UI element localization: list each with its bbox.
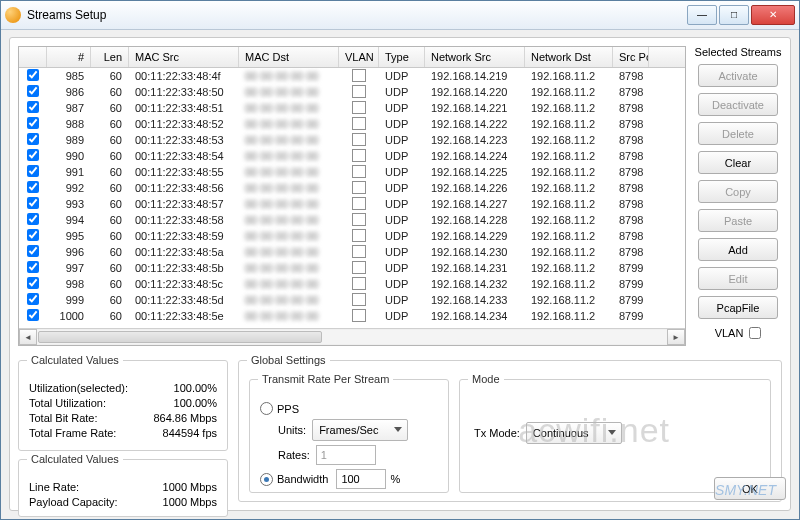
col-mac-src[interactable]: MAC Src xyxy=(129,47,239,67)
paste-button[interactable]: Paste xyxy=(698,209,778,232)
table-row[interactable]: 9996000:11:22:33:48:5d00 00 00 00 00UDP1… xyxy=(19,292,685,308)
table-row[interactable]: 9906000:11:22:33:48:5400 00 00 00 00UDP1… xyxy=(19,148,685,164)
col-len[interactable]: Len xyxy=(91,47,129,67)
calculated-values-2: Calculated Values Line Rate:1000 Mbps Pa… xyxy=(18,459,228,517)
txmode-combo[interactable]: Continuous xyxy=(526,422,622,444)
row-checkbox[interactable] xyxy=(27,293,39,305)
deactivate-button[interactable]: Deactivate xyxy=(698,93,778,116)
vlan-cell-checkbox[interactable] xyxy=(352,85,366,98)
table-row[interactable]: 9946000:11:22:33:48:5800 00 00 00 00UDP1… xyxy=(19,212,685,228)
delete-button[interactable]: Delete xyxy=(698,122,778,145)
scroll-left-icon[interactable]: ◄ xyxy=(19,329,37,345)
table-row[interactable]: 9956000:11:22:33:48:5900 00 00 00 00UDP1… xyxy=(19,228,685,244)
table-row[interactable]: 9876000:11:22:33:48:5100 00 00 00 00UDP1… xyxy=(19,100,685,116)
window: Streams Setup — □ ✕ # Len MAC Src MAC Ds… xyxy=(0,0,800,520)
row-checkbox[interactable] xyxy=(27,245,39,257)
close-button[interactable]: ✕ xyxy=(751,5,795,25)
table-row[interactable]: 9856000:11:22:33:48:4f00 00 00 00 00UDP1… xyxy=(19,68,685,84)
vlan-cell-checkbox[interactable] xyxy=(352,149,366,162)
bandwidth-radio[interactable]: Bandwidth 100 % xyxy=(260,469,438,489)
vlan-cell-checkbox[interactable] xyxy=(352,213,366,226)
vlan-checkbox[interactable] xyxy=(749,327,761,339)
bandwidth-input[interactable]: 100 xyxy=(336,469,386,489)
col-mac-dst[interactable]: MAC Dst xyxy=(239,47,339,67)
vlan-label: VLAN xyxy=(715,327,744,339)
vlan-cell-checkbox[interactable] xyxy=(352,261,366,274)
vlan-cell-checkbox[interactable] xyxy=(352,133,366,146)
row-checkbox[interactable] xyxy=(27,213,39,225)
titlebar[interactable]: Streams Setup — □ ✕ xyxy=(1,1,799,30)
col-type[interactable]: Type xyxy=(379,47,425,67)
calculated-values-1: Calculated Values Utilization(selected):… xyxy=(18,360,228,451)
calc1-title: Calculated Values xyxy=(27,354,123,366)
table-row[interactable]: 9926000:11:22:33:48:5600 00 00 00 00UDP1… xyxy=(19,180,685,196)
scroll-right-icon[interactable]: ► xyxy=(667,329,685,345)
row-checkbox[interactable] xyxy=(27,101,39,113)
global-settings: Global Settings Transmit Rate Per Stream… xyxy=(238,360,782,502)
table-row[interactable]: 9936000:11:22:33:48:5700 00 00 00 00UDP1… xyxy=(19,196,685,212)
vlan-cell-checkbox[interactable] xyxy=(352,197,366,210)
window-title: Streams Setup xyxy=(27,8,106,22)
col-net-dst[interactable]: Network Dst xyxy=(525,47,613,67)
vlan-cell-checkbox[interactable] xyxy=(352,309,366,322)
table-row[interactable]: 9966000:11:22:33:48:5a00 00 00 00 00UDP1… xyxy=(19,244,685,260)
table-row[interactable]: 9896000:11:22:33:48:5300 00 00 00 00UDP1… xyxy=(19,132,685,148)
row-checkbox[interactable] xyxy=(27,261,39,273)
table-row[interactable]: 10006000:11:22:33:48:5e00 00 00 00 00UDP… xyxy=(19,308,685,324)
row-checkbox[interactable] xyxy=(27,165,39,177)
transmit-rate-group: Transmit Rate Per Stream PPS Units:Frame… xyxy=(249,379,449,493)
add-button[interactable]: Add xyxy=(698,238,778,261)
row-checkbox[interactable] xyxy=(27,181,39,193)
vlan-cell-checkbox[interactable] xyxy=(352,165,366,178)
app-icon xyxy=(5,7,21,23)
vlan-cell-checkbox[interactable] xyxy=(352,229,366,242)
activate-button[interactable]: Activate xyxy=(698,64,778,87)
vlan-cell-checkbox[interactable] xyxy=(352,181,366,194)
row-checkbox[interactable] xyxy=(27,197,39,209)
units-combo[interactable]: Frames/Sec xyxy=(312,419,408,441)
horizontal-scrollbar[interactable]: ◄ ► xyxy=(19,328,685,345)
table-row[interactable]: 9886000:11:22:33:48:5200 00 00 00 00UDP1… xyxy=(19,116,685,132)
vlan-cell-checkbox[interactable] xyxy=(352,245,366,258)
global-title: Global Settings xyxy=(247,354,330,366)
pcapfile-button[interactable]: PcapFile xyxy=(698,296,778,319)
vlan-cell-checkbox[interactable] xyxy=(352,293,366,306)
table-row[interactable]: 9866000:11:22:33:48:5000 00 00 00 00UDP1… xyxy=(19,84,685,100)
row-checkbox[interactable] xyxy=(27,309,39,321)
vlan-cell-checkbox[interactable] xyxy=(352,277,366,290)
vlan-cell-checkbox[interactable] xyxy=(352,117,366,130)
minimize-button[interactable]: — xyxy=(687,5,717,25)
col-src-port[interactable]: Src Po xyxy=(613,47,649,67)
scroll-thumb[interactable] xyxy=(38,331,322,343)
vlan-cell-checkbox[interactable] xyxy=(352,101,366,114)
row-checkbox[interactable] xyxy=(27,149,39,161)
pps-radio[interactable]: PPS xyxy=(260,402,438,415)
row-checkbox[interactable] xyxy=(27,277,39,289)
copy-button[interactable]: Copy xyxy=(698,180,778,203)
table-row[interactable]: 9976000:11:22:33:48:5b00 00 00 00 00UDP1… xyxy=(19,260,685,276)
edit-button[interactable]: Edit xyxy=(698,267,778,290)
row-checkbox[interactable] xyxy=(27,229,39,241)
calc2-title: Calculated Values xyxy=(27,453,123,465)
rates-input[interactable]: 1 xyxy=(316,445,376,465)
row-checkbox[interactable] xyxy=(27,69,39,81)
vlan-cell-checkbox[interactable] xyxy=(352,69,366,82)
col-num[interactable]: # xyxy=(47,47,91,67)
mode-group: Mode Tx Mode: Continuous xyxy=(459,379,771,493)
maximize-button[interactable]: □ xyxy=(719,5,749,25)
col-net-src[interactable]: Network Src xyxy=(425,47,525,67)
side-title: Selected Streams xyxy=(695,46,782,58)
row-checkbox[interactable] xyxy=(27,133,39,145)
clear-button[interactable]: Clear xyxy=(698,151,778,174)
table-header[interactable]: # Len MAC Src MAC Dst VLAN Type Network … xyxy=(19,47,685,68)
table-row[interactable]: 9916000:11:22:33:48:5500 00 00 00 00UDP1… xyxy=(19,164,685,180)
side-panel: Selected Streams Activate Deactivate Del… xyxy=(694,46,782,346)
row-checkbox[interactable] xyxy=(27,117,39,129)
ok-button[interactable]: OK xyxy=(714,477,786,500)
table-row[interactable]: 9986000:11:22:33:48:5c00 00 00 00 00UDP1… xyxy=(19,276,685,292)
row-checkbox[interactable] xyxy=(27,85,39,97)
streams-table[interactable]: # Len MAC Src MAC Dst VLAN Type Network … xyxy=(18,46,686,346)
col-vlan[interactable]: VLAN xyxy=(339,47,379,67)
